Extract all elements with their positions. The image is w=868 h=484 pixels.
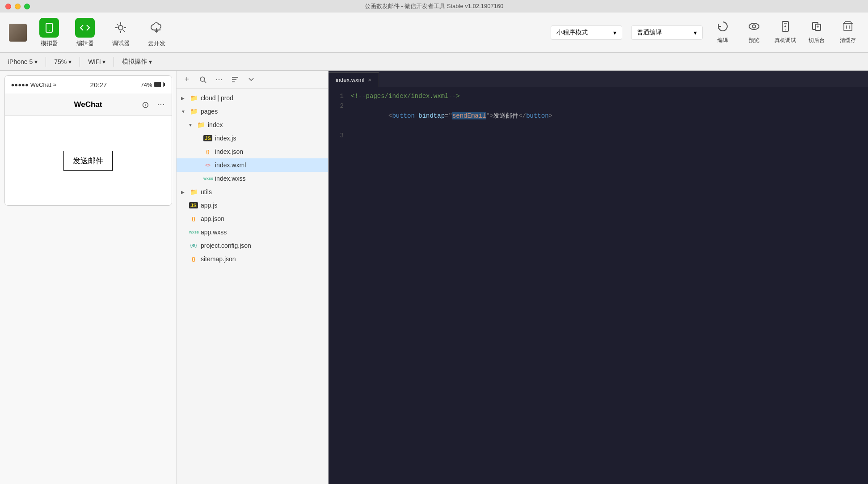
real-device-label: 真机调试 <box>775 37 796 44</box>
json-icon-app: {} <box>189 217 198 221</box>
line-content-1: <!--pages/index/index.wxml--> <box>351 91 868 101</box>
preview-icon <box>748 21 760 35</box>
tab-close-button[interactable]: × <box>368 76 371 83</box>
zoom-chevron-icon: ▾ <box>68 58 72 65</box>
sim-ops-chevron-icon: ▾ <box>149 58 152 65</box>
svg-point-10 <box>749 23 759 30</box>
tree-item-index-js[interactable]: JS index.js <box>177 132 328 145</box>
carrier-label: WeChat <box>30 81 51 88</box>
nav-record-icon[interactable]: ⊙ <box>142 99 149 110</box>
line-num-3: 3 <box>329 131 351 140</box>
status-right: 74% <box>140 81 165 88</box>
title-bar: 公函数发邮件 - 微信开发者工具 Stable v1.02.1907160 <box>0 0 868 13</box>
wxml-icon-index: <> <box>203 163 212 168</box>
phone-frame: ●●●●● WeChat ≈ 20:27 74% WeCh <box>4 75 172 206</box>
nav-more-icon[interactable]: ··· <box>157 100 165 109</box>
cloud-button[interactable]: 云开发 <box>143 18 170 47</box>
time-display: 20:27 <box>90 81 107 89</box>
app-wxss-label: app.wxss <box>201 229 227 236</box>
index-json-label: index.json <box>215 148 243 155</box>
folder-icon-cloud: 📁 <box>189 94 198 102</box>
compile-button[interactable]: 编译 <box>712 21 734 44</box>
simulator-panel: ●●●●● WeChat ≈ 20:27 74% WeCh <box>0 71 177 484</box>
network-select[interactable]: WiFi ▾ <box>85 57 108 66</box>
cloud-prod-label: cloud | prod <box>201 94 233 102</box>
add-file-button[interactable]: + <box>181 74 193 85</box>
minimize-button[interactable] <box>15 4 21 9</box>
main-content: ●●●●● WeChat ≈ 20:27 74% WeCh <box>0 71 868 484</box>
real-device-button[interactable]: 真机调试 <box>774 21 796 44</box>
tree-item-app-wxss[interactable]: wxss app.wxss <box>177 225 328 239</box>
collapse-button[interactable] <box>245 74 257 85</box>
folder-icon-pages: 📁 <box>189 108 198 115</box>
battery-icon <box>154 82 165 87</box>
sort-button[interactable] <box>229 74 241 85</box>
compile-select[interactable]: 普通编译 ▾ <box>631 25 703 40</box>
close-button[interactable] <box>5 4 11 9</box>
tree-item-app-js[interactable]: JS app.js <box>177 199 328 212</box>
clear-cache-button[interactable]: 清缓存 <box>837 21 859 44</box>
wxss-icon-index: wxss <box>203 176 212 181</box>
zoom-select[interactable]: 75% ▾ <box>51 57 74 66</box>
send-email-button[interactable]: 发送邮件 <box>63 151 113 171</box>
device-select[interactable]: iPhone 5 ▾ <box>5 57 40 66</box>
tree-item-pages[interactable]: ▼ 📁 pages <box>177 105 328 118</box>
js-icon-index: JS <box>203 135 212 141</box>
editor-tabs: index.wxml × <box>329 71 868 87</box>
tree-item-index-wxml[interactable]: <> index.wxml <box>177 158 328 172</box>
maximize-button[interactable] <box>24 4 30 9</box>
tree-item-index-json[interactable]: {} index.json <box>177 145 328 158</box>
cutback-button[interactable]: 切后台 <box>805 21 828 44</box>
utils-label: utils <box>201 188 212 195</box>
tree-item-project-config[interactable]: {⚙} project.config.json <box>177 239 328 252</box>
line-num-1: 1 <box>329 91 351 101</box>
app-js-label: app.js <box>201 202 217 209</box>
secondary-toolbar: iPhone 5 ▾ 75% ▾ WiFi ▾ 模拟操作 ▾ <box>0 53 868 71</box>
mode-chevron-icon: ▾ <box>613 29 616 36</box>
svg-line-25 <box>204 81 206 83</box>
tab-index-wxml[interactable]: index.wxml × <box>329 72 379 87</box>
preview-label: 预览 <box>749 37 759 44</box>
simulator-button[interactable]: 模拟器 <box>36 18 63 47</box>
tree-item-index-wxss[interactable]: wxss index.wxss <box>177 172 328 185</box>
tree-item-cloud-prod[interactable]: ▶ 📁 cloud | prod <box>177 91 328 105</box>
index-wxml-label: index.wxml <box>215 161 246 169</box>
more-options-button[interactable]: ··· <box>213 74 225 85</box>
window-title: 公函数发邮件 - 微信开发者工具 Stable v1.02.1907160 <box>365 2 504 10</box>
folder-icon-index: 📁 <box>196 121 205 128</box>
tree-item-app-json[interactable]: {} app.json <box>177 212 328 225</box>
svg-point-2 <box>118 25 123 30</box>
code-line-3: 3 <box>329 131 868 140</box>
traffic-lights <box>5 4 30 9</box>
tree-item-index-folder[interactable]: ▼ 📁 index <box>177 118 328 132</box>
file-tree-toolbar: + ··· <box>177 71 328 89</box>
phone-status-bar: ●●●●● WeChat ≈ 20:27 74% <box>5 76 172 93</box>
clear-cache-icon <box>842 21 854 35</box>
file-tree-content: ▶ 📁 cloud | prod ▼ 📁 pages ▼ 📁 index JS … <box>177 89 328 268</box>
compile-label: 编译 <box>717 37 728 44</box>
device-chevron-icon: ▾ <box>34 58 38 65</box>
separator-2 <box>80 57 80 67</box>
device-name: iPhone 5 <box>8 58 33 65</box>
editor-button[interactable]: 编辑器 <box>72 18 98 47</box>
tree-item-sitemap[interactable]: {} sitemap.json <box>177 252 328 266</box>
toolbar-buttons: 模拟器 编辑器 <box>36 18 170 47</box>
tree-item-utils[interactable]: ▶ 📁 utils <box>177 185 328 199</box>
debugger-button[interactable]: 调试器 <box>107 18 134 47</box>
arrow-cloud-prod: ▶ <box>181 96 186 101</box>
preview-button[interactable]: 预览 <box>743 21 765 44</box>
index-folder-label: index <box>208 121 223 128</box>
search-files-button[interactable] <box>197 74 209 85</box>
nav-title: WeChat <box>74 100 102 109</box>
separator-3 <box>114 57 114 67</box>
zoom-level: 75% <box>54 58 67 65</box>
status-left: ●●●●● WeChat ≈ <box>11 81 57 88</box>
mode-select[interactable]: 小程序模式 ▾ <box>551 25 622 40</box>
json-icon-index: {} <box>203 149 212 154</box>
arrow-index: ▼ <box>188 123 194 127</box>
editor-content[interactable]: 1 <!--pages/index/index.wxml--> 2 <butto… <box>329 87 868 484</box>
real-device-icon <box>780 21 791 35</box>
separator-1 <box>46 57 46 67</box>
cloud-icon <box>147 18 166 38</box>
sim-ops-button[interactable]: 模拟操作 ▾ <box>119 57 155 67</box>
